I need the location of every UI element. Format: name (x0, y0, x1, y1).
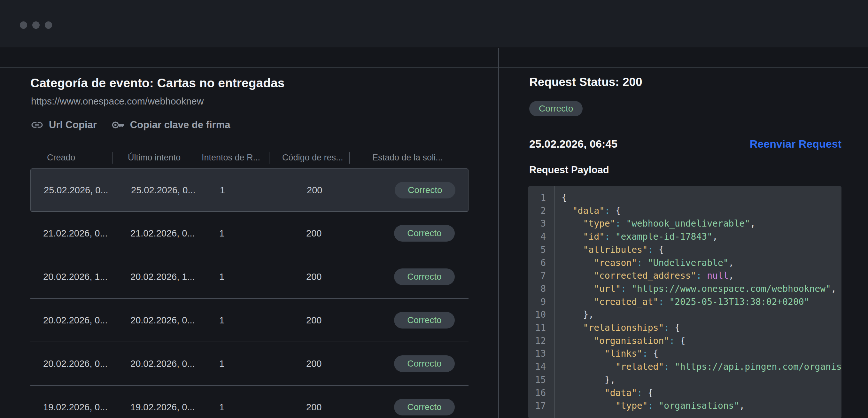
code-line-content: "data": { (546, 204, 621, 218)
status-badge: Correcto (394, 268, 455, 285)
cell-ultimo-intento: 20.02.2026, 1... (130, 271, 195, 282)
table-row[interactable]: 21.02.2026, 0... 21.02.2026, 0... 1 200 … (30, 212, 468, 255)
cell-codigo: 200 (306, 315, 321, 326)
cell-intentos: 1 (219, 271, 224, 282)
line-number: 5 (528, 244, 546, 257)
status-badge: Correcto (394, 355, 455, 372)
code-line-content: "links": { (546, 347, 658, 360)
cell-creado: 20.02.2026, 0... (43, 315, 108, 326)
line-number: 3 (528, 217, 546, 230)
line-number: 1 (528, 191, 546, 204)
cell-codigo: 200 (306, 228, 321, 239)
status-badge: Correcto (394, 225, 455, 242)
code-line-content: }, (546, 374, 616, 387)
code-line: 6 "reason": "Undeliverable", (528, 257, 841, 270)
cell-ultimo-intento: 25.02.2026, 0... (131, 185, 195, 196)
line-number: 17 (528, 399, 546, 413)
code-line-content: "relationships": { (546, 321, 680, 334)
code-line-content: "organisation": { (546, 334, 685, 348)
code-line: 13 "links": { (528, 347, 841, 360)
resend-request-link[interactable]: Reenviar Request (750, 138, 841, 150)
code-line: 5 "attributes": { (528, 244, 841, 257)
cell-intentos: 1 (219, 228, 224, 239)
cell-ultimo-intento: 21.02.2026, 0... (130, 228, 195, 239)
payload-code-block: 1{2 "data": {3 "type": "webhook_undelive… (528, 186, 841, 418)
line-number: 4 (528, 230, 546, 244)
cell-intentos: 1 (219, 315, 224, 326)
copy-url-label: Url Copiar (49, 119, 97, 131)
copy-url-button[interactable]: Url Copiar (30, 118, 97, 132)
line-number: 8 (528, 283, 546, 296)
code-line: 1{ (528, 191, 841, 204)
window-dot-icon (32, 22, 40, 29)
line-number: 9 (528, 296, 546, 309)
table-row[interactable]: 25.02.2026, 0... 25.02.2026, 0... 1 200 … (30, 168, 468, 212)
table-row[interactable]: 20.02.2026, 0... 20.02.2026, 0... 1 200 … (30, 342, 468, 386)
cell-creado: 20.02.2026, 1... (43, 271, 108, 282)
webhook-url: https://www.onespace.com/webhooknew (31, 96, 204, 107)
line-number: 15 (528, 374, 546, 387)
cell-codigo: 200 (306, 359, 321, 369)
link-icon (30, 118, 44, 132)
copy-signing-key-label: Copiar clave de firma (130, 119, 230, 131)
cell-creado: 21.02.2026, 0... (43, 228, 108, 239)
cell-codigo: 200 (306, 402, 321, 413)
copy-signing-key-button[interactable]: Copiar clave de firma (112, 118, 230, 132)
status-badge: Correcto (394, 312, 455, 328)
column-divider (112, 152, 113, 164)
line-number: 16 (528, 387, 546, 400)
table-body: 25.02.2026, 0... 25.02.2026, 0... 1 200 … (30, 168, 468, 418)
code-line: 15 }, (528, 374, 841, 387)
cell-ultimo-intento: 20.02.2026, 0... (130, 359, 195, 369)
page-title: Categoría de evento: Cartas no entregada… (30, 76, 284, 90)
cell-intentos: 1 (220, 185, 225, 196)
request-timestamp: 25.02.2026, 06:45 (529, 138, 617, 150)
code-line: 9 "created_at": "2025-05-13T13:38:02+020… (528, 296, 841, 309)
line-number: 10 (528, 309, 546, 321)
column-header-intentos: Intentos de R... (202, 153, 260, 163)
cell-creado: 20.02.2026, 0... (43, 359, 108, 369)
table-row[interactable]: 20.02.2026, 1... 20.02.2026, 1... 1 200 … (30, 255, 468, 299)
code-line-content: { (546, 191, 567, 204)
cell-intentos: 1 (219, 359, 224, 369)
line-number: 6 (528, 257, 546, 270)
code-line-content: "data": { (546, 387, 653, 400)
line-number: 2 (528, 204, 546, 218)
cell-creado: 25.02.2026, 0... (44, 185, 108, 196)
code-line: 17 "type": "organisations", (528, 399, 841, 413)
cell-ultimo-intento: 19.02.2026, 0... (130, 402, 195, 413)
code-line-content: "type": "webhook_undeliverable", (546, 217, 755, 230)
code-line: 10 }, (528, 309, 841, 321)
window-dot-icon (45, 22, 52, 29)
line-number: 14 (528, 360, 546, 374)
column-header-estado: Estado de la soli... (372, 153, 443, 163)
cell-codigo: 200 (306, 271, 321, 282)
attempts-table: Creado Último intento Intentos de R... C… (30, 147, 468, 418)
line-number: 12 (528, 334, 546, 348)
code-line-content: "attributes": { (546, 244, 664, 257)
column-divider (269, 152, 270, 164)
table-row[interactable]: 20.02.2026, 0... 20.02.2026, 0... 1 200 … (30, 299, 468, 342)
window-dot-icon (20, 22, 27, 29)
status-badge: Correcto (394, 399, 455, 415)
request-payload-label: Request Payload (529, 164, 609, 176)
code-line-content: "id": "example-id-17843", (546, 230, 718, 244)
code-line: 7 "corrected_address": null, (528, 269, 841, 283)
code-line: 16 "data": { (528, 387, 841, 400)
cell-intentos: 1 (219, 402, 224, 413)
code-line: 3 "type": "webhook_undeliverable", (528, 217, 841, 230)
cell-codigo: 200 (307, 185, 322, 196)
code-line: 11 "relationships": { (528, 321, 841, 334)
status-badge: Correcto (395, 182, 456, 198)
code-line: 8 "url": "https://www.onespace.com/webho… (528, 283, 841, 296)
column-divider (194, 152, 194, 164)
code-line: 14 "related": "https://api.pingen.com/or… (528, 360, 841, 374)
column-header-ultimo-intento: Último intento (128, 153, 181, 163)
request-status-badge: Correcto (529, 101, 583, 116)
toolbar-band (0, 48, 868, 68)
code-line: 12 "organisation": { (528, 334, 841, 348)
column-header-creado: Creado (47, 153, 75, 163)
table-row[interactable]: 19.02.2026, 0... 19.02.2026, 0... 1 200 … (30, 386, 468, 418)
code-line-content: "corrected_address": null, (546, 269, 734, 283)
key-icon (112, 118, 125, 132)
